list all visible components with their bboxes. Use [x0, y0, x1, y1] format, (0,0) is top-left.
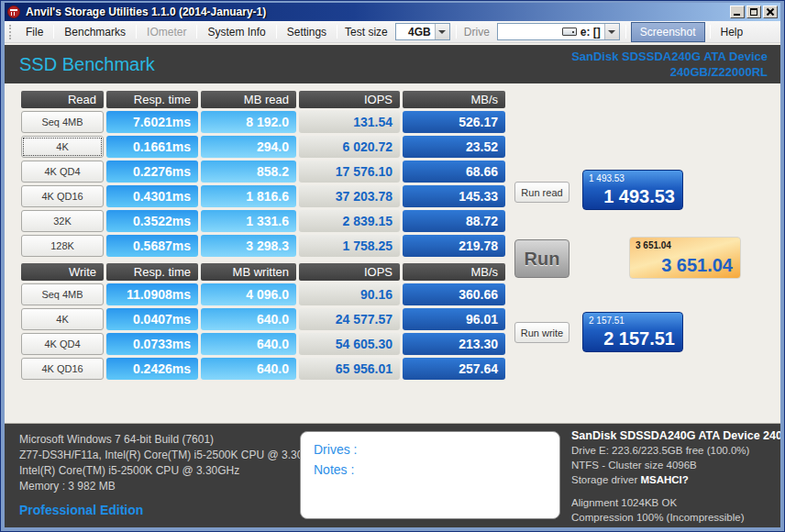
benchmark-header: SSD Benchmark SanDisk SDSSDA240G ATA Dev…	[5, 45, 780, 83]
menu-system-info[interactable]: System Info	[199, 23, 273, 41]
device-name: SanDisk SDSSDA240G ATA Device	[571, 49, 768, 64]
run-write-button[interactable]: Run write	[514, 322, 569, 343]
test-size-dropdown-button[interactable]	[435, 24, 449, 39]
read-row-label[interactable]: 32K	[21, 210, 104, 232]
compression-line: Compression 100% (Incompressible)	[571, 510, 780, 525]
read-mb-cell: 1 331.6	[201, 210, 296, 232]
system-info-block: Microsoft Windows 7 64-bit Build (7601) …	[19, 432, 325, 518]
read-mbs-cell: 88.72	[403, 210, 505, 232]
write-iops-cell: 65 956.01	[299, 358, 400, 380]
menu-help[interactable]: Help	[713, 23, 752, 41]
read-iops-cell: 6 020.72	[299, 136, 400, 158]
status-panel: Microsoft Windows 7 64-bit Build (7601) …	[5, 423, 780, 527]
write-table: Write Resp. time MB written IOPS MB/s Se…	[21, 263, 505, 380]
read-mb-cell: 8 192.0	[201, 111, 296, 133]
edition-link[interactable]: Professional Edition	[19, 503, 325, 518]
drive-select[interactable]: e: []	[497, 23, 620, 40]
read-resp-cell: 0.3522ms	[106, 210, 198, 232]
menu-file[interactable]: File	[17, 23, 51, 41]
read-row-label[interactable]: Seq 4MB	[21, 111, 104, 133]
read-resp-cell: 0.1661ms	[106, 136, 198, 158]
maximize-button[interactable]	[746, 6, 761, 18]
storage-driver-label: Storage driver	[571, 474, 640, 485]
write-header-label: Write	[21, 263, 104, 281]
app-window: Anvil's Storage Utilities 1.1.0 (2014-Ja…	[0, 0, 785, 532]
menu-bar: File Benchmarks IOmeter System Info Sett…	[5, 21, 780, 43]
read-mb-cell: 1 816.6	[201, 185, 296, 207]
benchmark-content: Read Resp. time MB read IOPS MB/s Seq 4M…	[5, 83, 780, 423]
menu-settings[interactable]: Settings	[279, 23, 335, 41]
menu-iometer: IOmeter	[138, 23, 194, 41]
read-header-iops: IOPS	[299, 91, 400, 108]
menu-separator	[456, 25, 457, 39]
cpu-line: Intel(R) Core(TM) i5-2500K CPU @ 3.30GHz	[19, 463, 325, 479]
menu-benchmarks[interactable]: Benchmarks	[56, 23, 134, 41]
write-iops-cell: 24 577.57	[299, 308, 400, 330]
maximize-icon	[750, 8, 757, 16]
storage-driver-line: Storage driver MSAHCI?	[571, 472, 780, 487]
write-score-badge: 2 157.51 2 157.51	[582, 312, 683, 352]
write-mbs-cell: 96.01	[403, 308, 505, 330]
read-row-label[interactable]: 4K QD16	[21, 185, 104, 207]
drive-dropdown-button[interactable]	[604, 24, 619, 39]
title-bar: Anvil's Storage Utilities 1.1.0 (2014-Ja…	[5, 3, 780, 21]
drive-label: Drive	[459, 23, 495, 41]
read-mb-cell: 858.2	[201, 161, 296, 183]
page-title: SSD Benchmark	[19, 54, 155, 75]
read-row-label[interactable]: 128K	[21, 235, 104, 257]
write-header-mb: MB written	[201, 263, 296, 281]
test-size-select[interactable]: 4GB	[395, 23, 450, 40]
run-button[interactable]: Run	[514, 239, 569, 278]
read-row-label[interactable]: 4K QD4	[21, 161, 104, 183]
minimize-icon	[734, 14, 740, 16]
menu-separator	[196, 25, 197, 39]
read-iops-cell: 131.54	[299, 111, 400, 133]
minimize-button[interactable]	[730, 6, 745, 18]
window-title: Anvil's Storage Utilities 1.1.0 (2014-Ja…	[26, 6, 730, 18]
write-header-mbs: MB/s	[403, 263, 505, 281]
chevron-down-icon	[608, 30, 615, 34]
write-resp-cell: 0.0407ms	[106, 308, 198, 330]
read-iops-cell: 2 839.15	[299, 210, 400, 232]
close-button[interactable]	[763, 6, 778, 18]
write-resp-cell: 11.0908ms	[106, 283, 198, 305]
write-row-label[interactable]: 4K QD16	[21, 358, 104, 380]
drive-value: e: []	[580, 26, 601, 39]
write-row-label[interactable]: 4K	[21, 308, 104, 330]
drive-details-block: SanDisk SDSSDA240G ATA Device 240GB Driv…	[571, 428, 780, 525]
read-resp-cell: 0.4301ms	[106, 185, 198, 207]
write-mb-cell: 640.0	[201, 358, 296, 380]
total-score-badge: 3 651.04 3 651.04	[629, 237, 741, 279]
run-read-button[interactable]: Run read	[514, 182, 569, 203]
menu-separator	[276, 25, 277, 39]
write-resp-cell: 0.0733ms	[106, 333, 198, 355]
write-iops-cell: 90.16	[299, 283, 400, 305]
read-header-label: Read	[21, 91, 104, 108]
read-iops-cell: 1 758.25	[299, 235, 400, 257]
board-line: Z77-DS3H/F11a, Intel(R) Core(TM) i5-2500…	[19, 448, 325, 463]
read-mbs-cell: 219.78	[403, 235, 505, 257]
read-header-mbs: MB/s	[403, 91, 505, 108]
device-info: SanDisk SDSSDA240G ATA Device 240GB/Z220…	[571, 49, 768, 80]
drive-icon	[562, 28, 577, 36]
read-header-resp: Resp. time	[106, 91, 198, 108]
menu-screenshot[interactable]: Screenshot	[631, 22, 705, 42]
read-mbs-cell: 526.17	[403, 111, 505, 133]
write-mb-cell: 640.0	[201, 308, 296, 330]
read-row-label[interactable]: 4K	[21, 136, 104, 158]
write-mbs-cell: 213.30	[403, 333, 505, 355]
notes-box[interactable]: Drives : Notes :	[300, 431, 560, 519]
write-score-value: 2 157.51	[583, 326, 682, 351]
filesystem-line: NTFS - Cluster size 4096B	[571, 458, 780, 472]
write-mbs-cell: 360.66	[403, 283, 505, 305]
test-size-label: Test size	[339, 23, 393, 41]
read-mbs-cell: 68.66	[403, 161, 505, 183]
memory-line: Memory : 3 982 MB	[19, 479, 325, 494]
write-row-label[interactable]: 4K QD4	[21, 333, 104, 355]
menu-separator	[136, 25, 137, 39]
write-row-label[interactable]: Seq 4MB	[21, 283, 104, 305]
test-size-value: 4GB	[396, 24, 435, 39]
menu-separator	[625, 25, 626, 39]
write-header-iops: IOPS	[299, 263, 400, 281]
read-resp-cell: 7.6021ms	[106, 111, 198, 133]
